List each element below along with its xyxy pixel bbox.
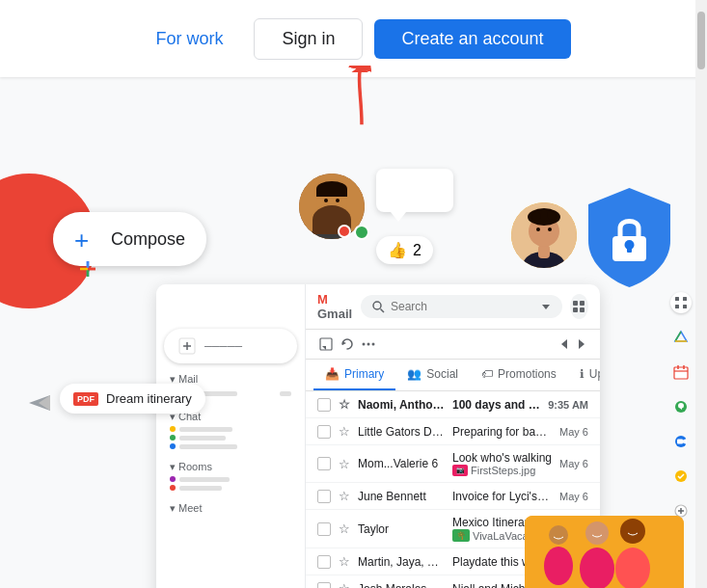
google-calendar-icon[interactable] (670, 361, 692, 383)
email-star-4[interactable]: ☆ (339, 489, 350, 503)
mail-count (280, 391, 291, 396)
chat-bar-2 (179, 436, 226, 441)
email-star-7[interactable]: ☆ (339, 581, 350, 588)
attachment-thumb-1: 📷 (452, 465, 468, 476)
svg-point-44 (363, 343, 366, 346)
email-checkbox-4[interactable] (317, 490, 331, 503)
toolbar-left (317, 335, 552, 353)
sign-in-button[interactable]: Sign in (254, 18, 363, 60)
updates-tab-icon: ℹ (580, 367, 585, 381)
create-account-button[interactable]: Create an account (374, 19, 570, 59)
compose-button[interactable]: Compose (53, 212, 206, 266)
svg-rect-49 (675, 297, 679, 301)
avatar-green-dot (354, 225, 369, 240)
email-star-5[interactable]: ☆ (339, 521, 350, 536)
checkbox-all-icon[interactable] (317, 335, 335, 353)
next-page-icon[interactable] (575, 337, 588, 351)
email-star-3[interactable]: ☆ (339, 457, 350, 471)
google-drive-icon[interactable] (670, 327, 692, 348)
thumbs-up-badge: 👍 2 (376, 236, 433, 264)
speech-bubble (376, 169, 453, 212)
sidebar-compose-label: ───── (204, 340, 242, 352)
gmail-search-bar[interactable] (361, 295, 562, 318)
email-subject-4: Invoice for Lyci's party photos - Hi Kim… (452, 490, 552, 503)
svg-rect-19 (538, 245, 550, 258)
send-icon (27, 390, 52, 419)
email-checkbox-5[interactable] (317, 522, 331, 536)
email-time-1: 9:35 AM (548, 399, 588, 411)
sidebar-rooms-header: ▾ Rooms (170, 461, 212, 472)
pdf-icon: PDF (73, 392, 98, 406)
svg-point-70 (544, 547, 573, 585)
sidebar-section-rooms: ▾ Rooms (156, 455, 305, 493)
tab-updates[interactable]: ℹ Updates (568, 360, 600, 390)
email-sender-6: Martin, Jaya, Ty 8 (358, 555, 445, 569)
svg-point-45 (367, 343, 370, 346)
email-checkbox-2[interactable] (317, 425, 331, 439)
grid-button[interactable] (570, 294, 588, 319)
svg-point-74 (615, 548, 650, 588)
email-star-6[interactable]: ☆ (339, 554, 350, 569)
email-row-3[interactable]: ☆ Mom...Valerie 6 Look who's walking! - … (306, 445, 600, 483)
select-all-checkbox[interactable] (318, 336, 334, 352)
bottom-photo-strip (525, 516, 684, 588)
svg-rect-11 (326, 216, 338, 229)
scrollbar-thumb[interactable] (697, 12, 705, 69)
avatar-red-dot (338, 225, 351, 238)
attachment-thumb-2: 🌴 (452, 529, 470, 542)
tab-social[interactable]: 👥 Social (395, 360, 470, 390)
svg-rect-52 (683, 305, 687, 308)
tab-primary[interactable]: 📥 Primary (313, 360, 395, 390)
subject-text-5: Mexico Itinerary (452, 516, 534, 529)
prev-page-icon[interactable] (557, 337, 571, 351)
google-apps-icon[interactable] (670, 292, 692, 313)
avatar-person-2-image (511, 202, 577, 268)
for-work-link[interactable]: For work (136, 19, 242, 59)
refresh-icon[interactable] (339, 335, 356, 353)
sidebar-chat-item-2[interactable] (170, 435, 291, 441)
google-hangouts-icon[interactable] (670, 396, 692, 417)
svg-rect-40 (580, 307, 585, 312)
svg-line-54 (675, 332, 681, 341)
email-star-2[interactable]: ☆ (339, 424, 350, 439)
scrollbar[interactable] (695, 0, 707, 588)
email-checkbox-1[interactable] (317, 398, 331, 412)
sidebar-rooms-items (170, 476, 291, 491)
dream-itinerary-pill[interactable]: PDF Dream itinerary (60, 384, 205, 414)
svg-point-71 (585, 521, 609, 545)
room-bar-1 (179, 477, 230, 482)
email-row-1[interactable]: ☆ Naomi, Anthony 100 days and counting -… (306, 391, 600, 418)
search-dropdown-icon[interactable] (541, 302, 551, 311)
email-row-2[interactable]: ☆ Little Gators Daycare Preparing for ba… (306, 418, 600, 445)
email-subject-2: Preparing for back to school - Hi parent… (452, 425, 552, 439)
meet-icon-svg (673, 434, 689, 449)
svg-marker-48 (579, 339, 585, 349)
chat-bar-1 (179, 427, 232, 432)
email-checkbox-7[interactable] (317, 582, 331, 589)
email-star-1[interactable]: ☆ (339, 397, 350, 412)
search-input[interactable] (391, 300, 535, 313)
sidebar-room-item-1[interactable] (170, 476, 291, 482)
svg-rect-51 (675, 305, 679, 308)
email-row-4[interactable]: ☆ June Bennett Invoice for Lyci's party … (306, 483, 600, 510)
svg-point-23 (548, 227, 552, 231)
email-checkbox-6[interactable] (317, 555, 331, 569)
more-options-icon[interactable] (360, 335, 377, 353)
tab-promotions[interactable]: 🏷 Promotions (470, 360, 568, 390)
svg-point-15 (324, 199, 328, 202)
svg-rect-62 (677, 440, 683, 444)
google-meet-icon[interactable] (670, 431, 692, 452)
sidebar-compose-button[interactable]: ───── (164, 329, 297, 363)
google-tasks-icon[interactable] (670, 466, 692, 487)
sidebar-room-item-2[interactable] (170, 485, 291, 491)
primary-tab-icon: 📥 (325, 367, 340, 381)
email-time-2: May 6 (559, 426, 588, 438)
svg-point-24 (531, 211, 541, 221)
svg-marker-42 (322, 346, 326, 350)
svg-rect-14 (316, 189, 347, 197)
subject-text-1: 100 days and counting (452, 398, 540, 412)
sidebar-chat-item-1[interactable] (170, 426, 291, 432)
primary-tab-label: Primary (344, 367, 384, 381)
sidebar-chat-item-3[interactable] (170, 443, 291, 449)
email-checkbox-3[interactable] (317, 457, 331, 470)
